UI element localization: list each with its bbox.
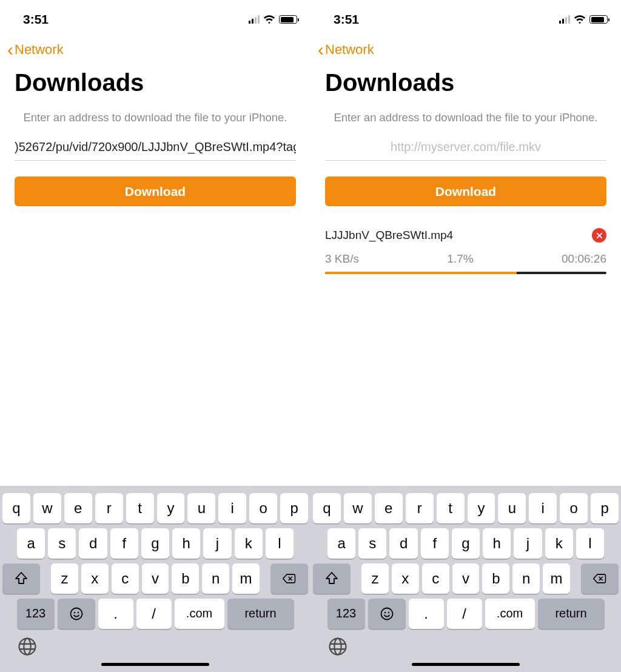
backspace-icon <box>592 571 607 586</box>
shift-key[interactable] <box>2 563 40 594</box>
key-y[interactable]: y <box>157 493 185 523</box>
emoji-key[interactable] <box>368 599 406 629</box>
url-input[interactable] <box>325 138 606 161</box>
battery-icon <box>589 15 608 24</box>
key-c[interactable]: c <box>112 563 139 594</box>
key-n[interactable]: n <box>202 563 229 594</box>
backspace-key[interactable] <box>270 563 308 594</box>
key-s[interactable]: s <box>358 528 386 559</box>
slash-key[interactable]: / <box>136 599 172 629</box>
key-e[interactable]: e <box>375 493 403 523</box>
battery-icon <box>279 15 297 24</box>
key-h[interactable]: h <box>483 528 511 559</box>
key-k[interactable]: k <box>235 528 263 559</box>
phone-right: 3:51 ‹ Network Downloads Enter an addres… <box>310 0 621 672</box>
key-t[interactable]: t <box>126 493 154 523</box>
url-input[interactable] <box>15 138 296 161</box>
key-l[interactable]: l <box>266 528 294 559</box>
key-a[interactable]: a <box>17 528 45 559</box>
key-h[interactable]: h <box>172 528 200 559</box>
key-d[interactable]: d <box>79 528 107 559</box>
key-y[interactable]: y <box>468 493 495 523</box>
key-o[interactable]: o <box>560 493 588 523</box>
key-f[interactable]: f <box>421 528 449 559</box>
key-s[interactable]: s <box>48 528 76 559</box>
slash-key[interactable]: / <box>447 599 482 629</box>
key-b[interactable]: b <box>482 563 509 594</box>
home-indicator[interactable] <box>412 663 520 667</box>
key-w[interactable]: w <box>33 493 61 523</box>
com-key[interactable]: .com <box>175 599 224 629</box>
com-key[interactable]: .com <box>485 599 535 629</box>
key-m[interactable]: m <box>232 563 260 594</box>
return-key[interactable]: return <box>227 599 294 629</box>
key-i[interactable]: i <box>218 493 246 523</box>
globe-icon[interactable] <box>327 636 348 657</box>
svg-point-6 <box>384 611 385 613</box>
page-subtitle: Enter an address to download the file to… <box>310 106 621 138</box>
key-d[interactable]: d <box>389 528 417 559</box>
status-bar: 3:51 <box>0 0 310 33</box>
key-n[interactable]: n <box>512 563 540 594</box>
download-button[interactable]: Download <box>325 176 606 206</box>
download-filename: LJJJbnV_QBreSWtI.mp4 <box>325 229 453 242</box>
signal-icon <box>559 15 571 24</box>
home-indicator[interactable] <box>101 663 209 667</box>
key-t[interactable]: t <box>437 493 465 523</box>
dot-key[interactable]: . <box>409 599 444 629</box>
keyboard[interactable]: qwertyuiop asdfghjkl zxcvbnm 123 . / <box>0 486 310 673</box>
key-m[interactable]: m <box>543 563 570 594</box>
numeric-key[interactable]: 123 <box>327 599 365 629</box>
globe-icon[interactable] <box>17 636 38 657</box>
return-key[interactable]: return <box>538 599 605 629</box>
key-e[interactable]: e <box>64 493 92 523</box>
signal-icon <box>249 15 260 24</box>
key-g[interactable]: g <box>452 528 480 559</box>
key-o[interactable]: o <box>249 493 277 523</box>
dot-key[interactable]: . <box>98 599 133 629</box>
key-u[interactable]: u <box>498 493 526 523</box>
key-c[interactable]: c <box>422 563 449 594</box>
emoji-key[interactable] <box>58 599 95 629</box>
key-w[interactable]: w <box>344 493 372 523</box>
backspace-key[interactable] <box>581 563 619 594</box>
key-j[interactable]: j <box>203 528 231 559</box>
status-bar: 3:51 <box>310 0 621 33</box>
nav-back[interactable]: ‹ Network <box>310 33 621 61</box>
key-b[interactable]: b <box>172 563 199 594</box>
key-f[interactable]: f <box>110 528 138 559</box>
download-speed: 3 KB/s <box>325 252 359 266</box>
svg-point-3 <box>19 638 36 654</box>
key-r[interactable]: r <box>95 493 123 523</box>
key-i[interactable]: i <box>529 493 557 523</box>
numeric-key[interactable]: 123 <box>17 599 55 629</box>
key-x[interactable]: x <box>81 563 109 594</box>
key-a[interactable]: a <box>327 528 355 559</box>
key-x[interactable]: x <box>392 563 419 594</box>
key-v[interactable]: v <box>142 563 169 594</box>
key-p[interactable]: p <box>591 493 619 523</box>
key-k[interactable]: k <box>545 528 573 559</box>
key-q[interactable]: q <box>2 493 30 523</box>
key-g[interactable]: g <box>141 528 169 559</box>
svg-point-9 <box>334 638 341 654</box>
key-j[interactable]: j <box>514 528 542 559</box>
cancel-download-button[interactable] <box>592 228 606 243</box>
keyboard[interactable]: qwertyuiop asdfghjkl zxcvbnm 123 . / <box>310 486 621 673</box>
svg-point-5 <box>381 608 392 619</box>
key-p[interactable]: p <box>280 493 308 523</box>
key-r[interactable]: r <box>406 493 434 523</box>
page-title: Downloads <box>0 61 310 106</box>
key-q[interactable]: q <box>313 493 341 523</box>
nav-back-label: Network <box>325 42 374 58</box>
key-v[interactable]: v <box>452 563 480 594</box>
key-z[interactable]: z <box>51 563 78 594</box>
chevron-left-icon: ‹ <box>318 41 324 59</box>
key-l[interactable]: l <box>576 528 604 559</box>
download-button[interactable]: Download <box>15 176 296 206</box>
nav-back[interactable]: ‹ Network <box>0 33 310 61</box>
shift-key[interactable] <box>313 563 351 594</box>
key-z[interactable]: z <box>361 563 389 594</box>
download-item: LJJJbnV_QBreSWtI.mp4 3 KB/s 1.7% 00:06:2… <box>325 228 606 274</box>
key-u[interactable]: u <box>187 493 215 523</box>
